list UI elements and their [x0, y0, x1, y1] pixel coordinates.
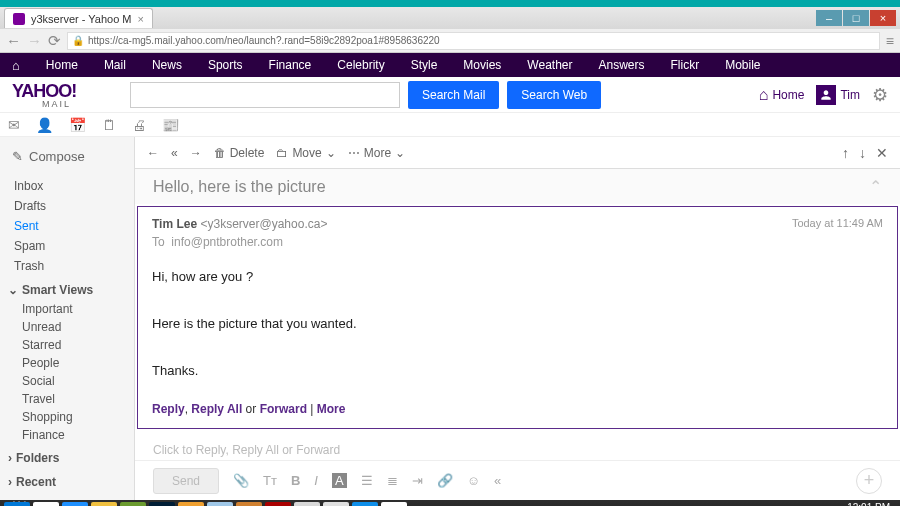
sender-name[interactable]: Tim Lee: [152, 217, 197, 231]
close-icon[interactable]: ✕: [876, 145, 888, 161]
sv-shopping[interactable]: Shopping: [0, 408, 134, 426]
bold-icon[interactable]: B: [291, 473, 300, 488]
close-window-button[interactable]: ×: [870, 10, 896, 26]
nav-flickr[interactable]: Flickr: [671, 58, 700, 72]
browser-tab[interactable]: y3kserver - Yahoo M ×: [4, 8, 153, 28]
sv-unread[interactable]: Unread: [0, 318, 134, 336]
nav-mail[interactable]: Mail: [104, 58, 126, 72]
chrome-icon[interactable]: ◉: [33, 502, 59, 506]
notepad-icon[interactable]: 🗒: [102, 117, 116, 133]
font-icon[interactable]: Tт: [263, 473, 277, 488]
settings-gear-icon[interactable]: ⚙: [872, 84, 888, 106]
italic-icon[interactable]: I: [314, 473, 318, 488]
close-tab-icon[interactable]: ×: [137, 13, 143, 25]
reply-all-arrow-icon[interactable]: «: [171, 146, 178, 160]
indent-icon[interactable]: ⇥: [412, 473, 423, 488]
bullet-list-icon[interactable]: ☰: [361, 473, 373, 488]
folder-inbox[interactable]: Inbox: [0, 176, 134, 196]
yahoo-logo[interactable]: YAHOO! MAIL: [12, 81, 122, 109]
forward-button[interactable]: →: [27, 32, 42, 49]
contacts-icon[interactable]: 👤: [36, 117, 53, 133]
more-link[interactable]: More: [317, 402, 346, 416]
link-icon[interactable]: 🔗: [437, 473, 453, 488]
start-button[interactable]: ⊞: [4, 502, 30, 506]
folder-spam[interactable]: Spam: [0, 236, 134, 256]
delete-button[interactable]: 🗑 Delete: [214, 146, 265, 160]
clock[interactable]: 12:01 PM 2015-10-26: [839, 502, 890, 506]
folder-sent[interactable]: Sent: [0, 216, 134, 236]
more-button[interactable]: ⋯ More ⌄: [348, 146, 405, 160]
collapse-icon[interactable]: «: [494, 473, 501, 488]
ie-icon[interactable]: e: [62, 502, 88, 506]
attach-icon[interactable]: 📎: [233, 473, 249, 488]
url-field[interactable]: 🔒 https://ca-mg5.mail.yahoo.com/neo/laun…: [67, 32, 880, 50]
folder-trash[interactable]: Trash: [0, 256, 134, 276]
up-arrow-icon[interactable]: ↑: [842, 145, 849, 161]
print-icon[interactable]: 🖨: [132, 117, 146, 133]
photoshop-icon[interactable]: Ps: [149, 502, 175, 506]
collapse-icon[interactable]: ⌃: [869, 177, 882, 196]
notepad-icon[interactable]: 🗒: [207, 502, 233, 506]
sv-important[interactable]: Important: [0, 300, 134, 318]
search-mail-button[interactable]: Search Mail: [408, 81, 499, 109]
search-input[interactable]: [130, 82, 400, 108]
app-icon[interactable]: 📄: [294, 502, 320, 506]
nav-finance[interactable]: Finance: [269, 58, 312, 72]
numbered-list-icon[interactable]: ≣: [387, 473, 398, 488]
filezilla-icon[interactable]: Fz: [265, 502, 291, 506]
nav-celebrity[interactable]: Celebrity: [337, 58, 384, 72]
sv-travel[interactable]: Travel: [0, 390, 134, 408]
nav-home[interactable]: Home: [46, 58, 78, 72]
highlight-icon[interactable]: A: [332, 473, 347, 488]
address-bar: ← → ⟳ 🔒 https://ca-mg5.mail.yahoo.com/ne…: [0, 29, 900, 53]
sv-social[interactable]: Social: [0, 372, 134, 390]
reply-all-link[interactable]: Reply All: [191, 402, 242, 416]
mail-icon[interactable]: ✉: [8, 117, 20, 133]
folder-drafts[interactable]: Drafts: [0, 196, 134, 216]
nav-movies[interactable]: Movies: [463, 58, 501, 72]
app-icon[interactable]: ◐: [120, 502, 146, 506]
app-icon[interactable]: 📧: [323, 502, 349, 506]
home-link[interactable]: ⌂ Home: [759, 86, 805, 104]
user-profile[interactable]: Tim: [816, 85, 860, 105]
feed-icon[interactable]: 📰: [162, 117, 179, 133]
back-button[interactable]: ←: [6, 32, 21, 49]
nav-sports[interactable]: Sports: [208, 58, 243, 72]
forward-link[interactable]: Forward: [260, 402, 307, 416]
move-button[interactable]: 🗀 Move ⌄: [276, 146, 335, 160]
tab-title: y3kserver - Yahoo M: [31, 13, 131, 25]
recent-header[interactable]: › Recent: [0, 472, 134, 492]
teamviewer-icon[interactable]: ◉: [352, 502, 378, 506]
compose-button[interactable]: ✎ Compose: [0, 145, 134, 168]
menu-icon[interactable]: ≡: [886, 33, 894, 49]
explorer-icon[interactable]: 🗀: [91, 502, 117, 506]
down-arrow-icon[interactable]: ↓: [859, 145, 866, 161]
send-button[interactable]: Send: [153, 468, 219, 494]
nav-news[interactable]: News: [152, 58, 182, 72]
trash-icon: 🗑: [214, 146, 226, 160]
search-web-button[interactable]: Search Web: [507, 81, 601, 109]
smart-views-header[interactable]: ⌄ Smart Views: [0, 280, 134, 300]
reload-button[interactable]: ⟳: [48, 32, 61, 50]
sv-people[interactable]: People: [0, 354, 134, 372]
app-icon[interactable]: ◧: [236, 502, 262, 506]
sv-finance[interactable]: Finance: [0, 426, 134, 444]
minimize-button[interactable]: –: [816, 10, 842, 26]
sv-starred[interactable]: Starred: [0, 336, 134, 354]
reply-link[interactable]: Reply: [152, 402, 185, 416]
app-icon[interactable]: ▦: [178, 502, 204, 506]
forward-arrow-icon[interactable]: →: [190, 146, 202, 160]
maximize-button[interactable]: □: [843, 10, 869, 26]
emoji-icon[interactable]: ☺: [467, 473, 480, 488]
add-button[interactable]: +: [856, 468, 882, 494]
folders-header[interactable]: › Folders: [0, 448, 134, 468]
calendar-icon[interactable]: 📅: [69, 117, 86, 133]
compose-toolbar: Send 📎 Tт B I A ☰ ≣ ⇥ 🔗 ☺ « +: [135, 460, 900, 500]
nav-answers[interactable]: Answers: [599, 58, 645, 72]
back-arrow-icon[interactable]: ←: [147, 146, 159, 160]
vnc-icon[interactable]: VNC: [381, 502, 407, 506]
home-icon[interactable]: ⌂: [12, 58, 20, 73]
nav-style[interactable]: Style: [411, 58, 438, 72]
nav-weather[interactable]: Weather: [527, 58, 572, 72]
nav-mobile[interactable]: Mobile: [725, 58, 760, 72]
